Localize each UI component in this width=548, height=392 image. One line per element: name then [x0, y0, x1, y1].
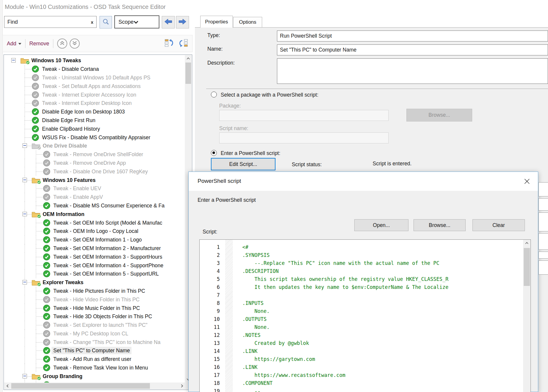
tree-horizontal-scrollbar[interactable] — [4, 383, 185, 389]
expander-minus-icon[interactable] — [23, 374, 27, 378]
search-button[interactable] — [100, 16, 112, 28]
find-input[interactable]: Find x — [4, 16, 97, 28]
enabled-check-icon — [43, 244, 50, 252]
expander-minus-icon[interactable] — [11, 58, 16, 63]
tree-item-row[interactable]: Tweak - Internet Explorer Accessory Icon — [4, 90, 185, 99]
scrollbar-thumb[interactable] — [11, 383, 150, 389]
tree-group-row[interactable]: Explorer Tweaks — [4, 278, 185, 287]
tree-group-row[interactable]: Windows 10 Features — [4, 176, 185, 184]
tree-item-row[interactable]: Enable ClipBoard History — [4, 124, 185, 133]
dialog-titlebar[interactable]: PowerShell script — [189, 172, 538, 191]
tree-item-row[interactable]: Tweak - Remove Task View Icon in Menu — [4, 364, 185, 372]
scrollbar-thumb[interactable] — [185, 63, 191, 84]
tree-item-row[interactable]: Tweak - Set OEM Information 5 - SupportU… — [4, 270, 185, 278]
remove-button[interactable]: Remove — [29, 41, 49, 47]
tree-item-row[interactable]: Tweak - Remove OneDrive ShellFolder — [4, 150, 185, 159]
tree-guide-line — [25, 287, 25, 295]
description-field[interactable] — [277, 58, 548, 84]
tab-properties[interactable]: Properties — [200, 16, 233, 28]
tree-item-row[interactable]: Disable Edge First Run — [4, 116, 185, 125]
scroll-up-icon[interactable] — [185, 55, 192, 62]
expander-minus-icon[interactable] — [23, 280, 27, 284]
expander-minus-icon[interactable] — [23, 212, 27, 216]
tree-item-row[interactable]: Set "This PC" to Computer Name — [4, 346, 185, 355]
tree-guide-line — [25, 150, 25, 159]
tree-item-row[interactable]: Tweak - Uninstall Windows 10 Default App… — [4, 73, 185, 82]
tree-item-row[interactable]: Tweak - Internet Explorer Desktop Icon — [4, 99, 185, 108]
enabled-check-icon — [43, 313, 50, 320]
expander-minus-icon[interactable] — [23, 143, 27, 148]
tree-guide-line — [36, 188, 43, 189]
edit-script-button[interactable]: Edit Script... — [211, 158, 275, 170]
script-vertical-scrollbar[interactable] — [523, 240, 531, 392]
tree-toolbar: Add Remove — [2, 35, 193, 52]
tree-item-row[interactable]: Tweak - Enable AppV — [4, 193, 185, 201]
tree-item-row[interactable]: Tweak - Set OEM Information 1 - Logo — [4, 236, 185, 244]
tree-item-row[interactable]: Tweak - Set OEM Information 4 - SupportP… — [4, 261, 185, 270]
tree-item-row[interactable]: Tweak - Disable Cortana — [4, 65, 185, 73]
tree-item-row[interactable]: Tweak - Hide Pictures Folder in This PC — [4, 287, 185, 295]
type-field[interactable]: Run PowerShell Script — [277, 31, 548, 41]
tab-options[interactable]: Options — [233, 17, 262, 28]
tree-group-row[interactable]: Group Branding — [4, 372, 185, 380]
clear-find-icon[interactable]: x — [91, 20, 93, 25]
tree-item-row[interactable]: Tweak - Change "This PC" icon to Machine… — [4, 338, 185, 346]
tree-item-row[interactable]: Tweak - Hide 3D Objects Folder in This P… — [4, 312, 185, 321]
expander-minus-icon[interactable] — [23, 178, 27, 182]
next-result-button[interactable] — [176, 16, 189, 28]
tree-item-row[interactable]: Tweak - Set OEM Information 3 - SupportH… — [4, 252, 185, 261]
tree-item-row[interactable]: Tweak - OEM Info Logo - Copy Local — [4, 227, 185, 236]
tree-item-row[interactable]: Tweak - Set Default Apps and Association… — [4, 82, 185, 90]
toolbar-separator — [53, 39, 53, 48]
tree-item-row[interactable]: Tweak - Add Run as different user — [4, 355, 185, 364]
previous-result-button[interactable] — [162, 16, 175, 28]
close-icon[interactable] — [522, 176, 532, 186]
tree-item-label: Tweak - Set OEM Information 5 - SupportU… — [52, 270, 161, 278]
tree-item-row[interactable]: Tweak - Set OEM Information 2 - Manufact… — [4, 244, 185, 253]
disabled-check-icon — [43, 168, 50, 175]
move-step-down-button[interactable] — [178, 39, 188, 49]
tree-guide-line — [25, 312, 25, 321]
tree-item-label: Tweak - Disable Cortana — [40, 65, 101, 73]
tree-guide-line — [25, 86, 31, 87]
disabled-check-icon — [32, 100, 39, 107]
tree-item-row[interactable]: Tweak - Set OEM Info Script (Model & Man… — [4, 218, 185, 227]
browse-button[interactable]: Browse... — [414, 219, 466, 231]
script-editor[interactable]: 12345678910111213141516171819 <#.SYNOPSI… — [199, 239, 531, 392]
enter-script-radio[interactable] — [211, 150, 217, 156]
tree-item-row[interactable]: Tweak - Hide Music Folder in This PC — [4, 304, 185, 312]
scroll-left-icon[interactable] — [4, 383, 11, 389]
script-label: Script: — [203, 229, 217, 235]
tree-item-row[interactable]: Tweak - Remove OneDrive App — [4, 159, 185, 167]
tree-item-row[interactable]: Disable Edge Icon on Desktop 1803 — [4, 108, 185, 116]
add-button[interactable]: Add — [7, 41, 21, 47]
tree-group-row[interactable]: OEM Information — [4, 210, 185, 218]
collapse-all-button[interactable] — [57, 39, 67, 49]
line-number: 2 — [200, 251, 220, 259]
obscured-field-edge — [539, 182, 548, 196]
scroll-up-icon[interactable] — [523, 240, 531, 247]
move-step-up-button[interactable] — [164, 39, 174, 49]
open-button[interactable]: Open... — [354, 219, 408, 231]
clear-button[interactable]: Clear — [472, 219, 525, 231]
scroll-right-icon[interactable] — [179, 383, 185, 389]
tree-item-row[interactable]: Tweak - Set Explorer to launch "This PC" — [4, 321, 185, 329]
tree-group-row[interactable]: Windows 10 Tweaks — [4, 56, 185, 65]
scope-dropdown[interactable]: Scope — [114, 15, 159, 28]
tree-item-label: Tweak - Enable UEV — [52, 185, 103, 192]
name-field[interactable]: Set "This PC" to Computer Name — [277, 44, 548, 55]
scrollbar-thumb[interactable] — [524, 248, 530, 286]
tree-item-row[interactable]: Tweak - Disable MS Consumer Experience &… — [4, 201, 185, 210]
tree-item-row[interactable]: Tweak - My PC Desktop Icon CL — [4, 329, 185, 338]
select-package-radio[interactable] — [211, 92, 217, 97]
expand-all-button[interactable] — [70, 39, 80, 49]
tree-guide-line — [25, 304, 25, 312]
tree-group-row[interactable]: One Drive Disable — [4, 142, 185, 150]
tree-guide-line — [25, 137, 31, 138]
disabled-check-icon — [43, 321, 50, 329]
tree-guide-line — [36, 291, 43, 291]
tree-item-row[interactable]: Tweak - Hide Video Folder in This PC — [4, 295, 185, 304]
tree-item-row[interactable]: Tweak - Disable One Drive 1607 RegKey — [4, 167, 185, 176]
tree-item-row[interactable]: WSUS Fix - Disable MS Compatiblity Appra… — [4, 133, 185, 142]
tree-item-row[interactable]: Tweak - Enable UEV — [4, 184, 185, 193]
